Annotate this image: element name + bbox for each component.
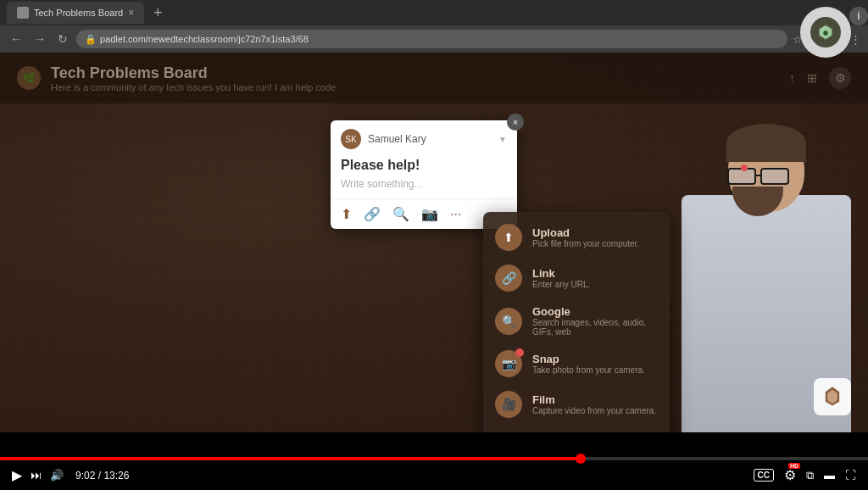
padlet-watermark [814, 378, 851, 415]
controls-right: CC ⚙HD ⧉ ▬ ⛶ [754, 467, 856, 483]
attachment-menu: ⬆ Upload Pick file from your computer. 🔗… [483, 212, 670, 432]
time-display: 9:02 / 13:26 [75, 470, 129, 482]
forward-button[interactable]: → [31, 31, 49, 47]
info-button[interactable]: i [849, 7, 868, 25]
search-attach-icon[interactable]: 🔍 [392, 206, 409, 222]
padlet-logo [810, 17, 841, 47]
url-text: padlet.com/newedtechclassroom/jc72n7x1is… [100, 34, 309, 44]
padlet-main-content: 🌿 Tech Problems Board Here is a communit… [0, 53, 868, 432]
nav-bar: ← → ↻ 🔒 padlet.com/newedtechclassroom/jc… [0, 25, 868, 53]
attach-google-text: Google Search images, videos, audio, GIF… [532, 305, 658, 337]
progress-dot[interactable] [576, 454, 586, 464]
video-controls: ▶ ⏭ 🔊 9:02 / 13:26 CC ⚙HD ⧉ ▬ ⛶ [0, 432, 868, 490]
camera-icon[interactable]: 📷 [421, 206, 438, 222]
attach-link-text: Link Enter any URL. [532, 267, 658, 289]
play-button[interactable]: ▶ [12, 467, 22, 483]
snap-icon-circle: 📷 [495, 350, 522, 377]
post-close-button[interactable]: × [507, 114, 524, 131]
lock-icon: 🔒 [85, 34, 97, 45]
settings-button-video[interactable]: ⚙HD [784, 467, 796, 483]
fullscreen-button[interactable]: ⛶ [845, 469, 856, 482]
back-button[interactable]: ← [7, 31, 25, 47]
progress-fill [0, 457, 581, 460]
miniplayer-button[interactable]: ⧉ [806, 469, 814, 482]
post-author-dropdown-icon[interactable]: ▼ [498, 135, 507, 144]
volume-button[interactable]: 🔊 [50, 469, 64, 482]
svg-point-0 [823, 31, 828, 36]
reload-button[interactable]: ↻ [54, 31, 71, 47]
attach-google[interactable]: 🔍 Google Search images, videos, audio, G… [483, 298, 670, 343]
next-button[interactable]: ⏭ [31, 469, 42, 482]
attach-voice[interactable]: 🎙 Voice Record audio from your microphon… [483, 425, 670, 432]
browser-chrome: Tech Problems Board × + ← → ↻ 🔒 padlet.c… [0, 0, 868, 53]
theater-button[interactable]: ▬ [824, 469, 835, 482]
tab-label: Tech Problems Board [34, 8, 123, 18]
attach-film[interactable]: 🎥 Film Capture video from your camera. [483, 384, 670, 425]
profile-avatar[interactable] [800, 7, 851, 58]
tab-close-button[interactable]: × [128, 7, 134, 19]
attach-voice-text: Voice Record audio from your microphone. [532, 432, 658, 432]
link-icon[interactable]: 🔗 [364, 206, 381, 222]
tab-favicon [17, 7, 29, 19]
new-tab-button[interactable]: + [147, 3, 168, 23]
attach-link[interactable]: 🔗 Link Enter any URL. [483, 258, 670, 298]
active-tab[interactable]: Tech Problems Board × [7, 2, 144, 24]
film-icon-circle: 🎥 [495, 391, 522, 418]
address-bar[interactable]: 🔒 padlet.com/newedtechclassroom/jc72n7x1… [76, 30, 787, 48]
link-icon-circle: 🔗 [495, 264, 522, 292]
hd-badge: HD [788, 463, 800, 469]
controls-row: ▶ ⏭ 🔊 9:02 / 13:26 CC ⚙HD ⧉ ▬ ⛶ [0, 467, 868, 483]
cc-button[interactable]: CC [754, 469, 774, 482]
menu-icon[interactable]: ⋮ [850, 33, 861, 46]
tab-bar: Tech Problems Board × + [0, 0, 868, 25]
post-card-header: SK Samuel Kary ▼ [331, 120, 517, 154]
post-title-field[interactable]: Please help! [331, 154, 517, 175]
progress-bar[interactable] [0, 457, 868, 460]
post-author-avatar: SK [341, 129, 361, 149]
google-icon-circle: 🔍 [495, 308, 522, 335]
attach-upload[interactable]: ⬆ Upload Pick file from your computer. [483, 217, 670, 258]
post-body-field[interactable]: Write something... [331, 175, 517, 198]
attach-snap[interactable]: 📷 Snap Take photo from your camera. [483, 343, 670, 384]
attach-upload-text: Upload Pick file from your computer. [532, 226, 658, 248]
attach-snap-text: Snap Take photo from your camera. [532, 353, 658, 375]
post-author-name: Samuel Kary [368, 133, 492, 145]
upload-icon-circle: ⬆ [495, 224, 522, 251]
upload-icon[interactable]: ⬆ [341, 206, 352, 222]
more-icon[interactable]: ··· [450, 207, 461, 222]
attach-film-text: Film Capture video from your camera. [532, 393, 658, 415]
